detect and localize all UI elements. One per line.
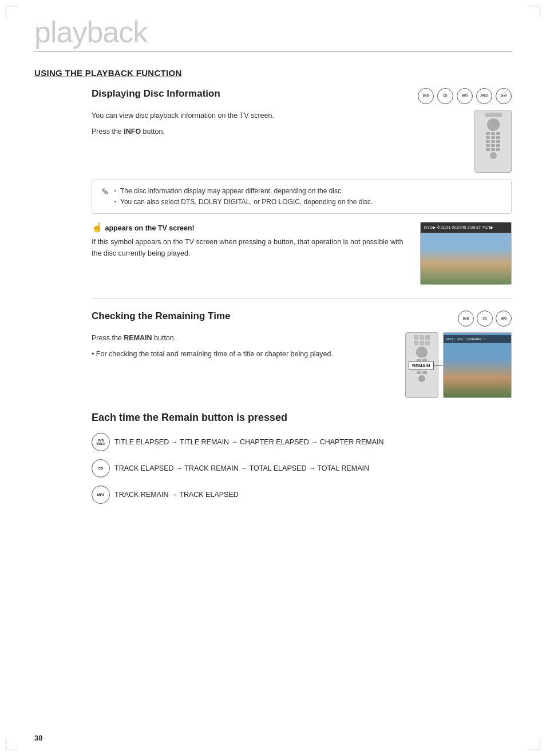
remain-disc-icons: DVD CD MP3 bbox=[458, 311, 512, 327]
flow-row-mp3: MP3 TRACK REMAIN → TRACK ELAPSED bbox=[92, 486, 512, 504]
track-remain-1: TRACK REMAIN bbox=[184, 464, 238, 472]
note-box: ✎ The disc information display may appea… bbox=[92, 180, 512, 214]
remain-cd-icon: CD bbox=[477, 311, 493, 327]
remain-bold: REMAIN bbox=[124, 334, 152, 342]
tv-appears-section: ☝ appears on the TV screen! If this symb… bbox=[92, 222, 512, 285]
title-divider bbox=[34, 51, 512, 52]
remain-body1: Press the REMAIN button. bbox=[92, 332, 396, 344]
title-remain: TITLE REMAIN bbox=[180, 438, 229, 446]
mp3-icon: MP3 bbox=[457, 88, 473, 104]
chapter-remain: CHAPTER REMAIN bbox=[320, 438, 384, 446]
remain-tv-bar: MP3 ↑ VOL ↓ REMAIN ↑↓ bbox=[444, 335, 511, 343]
each-time-section: Each time the Remain button is pressed D… bbox=[92, 412, 512, 504]
remain-label-box: REMAIN bbox=[409, 361, 434, 369]
remain-tv-wrapper: REMAIN MP3 ↑ VOL ↓ REMAIN ↑↓ bbox=[443, 332, 512, 398]
flow-text-mp3: TRACK REMAIN → TRACK ELAPSED bbox=[114, 490, 239, 500]
displaying-disc-section: Displaying Disc Information DVD CD MP3 J… bbox=[92, 88, 512, 285]
note-item-2: You can also select DTS, DOLBY DIGITAL, … bbox=[114, 197, 373, 208]
flow-row-cd: CD TRACK ELAPSED → TRACK REMAIN → TOTAL … bbox=[92, 459, 512, 478]
remote-image-disc bbox=[474, 110, 512, 173]
flow-row-dvd: DVD VIDEO TITLE ELAPSED → TITLE REMAIN →… bbox=[92, 433, 512, 451]
tv-appears-text: If this symbol appears on the TV screen … bbox=[92, 236, 409, 259]
track-elapsed-1: TRACK ELAPSED bbox=[114, 464, 174, 472]
dvd-icon: DVD bbox=[418, 88, 434, 104]
disc-body1: You can view disc playback information o… bbox=[92, 110, 465, 121]
remain-mp3-icon: MP3 bbox=[496, 311, 512, 327]
remain-dvd-icon: DVD bbox=[458, 311, 474, 327]
cd-flow-icon: CD bbox=[92, 459, 110, 478]
displaying-disc-title: Displaying Disc Information bbox=[92, 88, 220, 100]
note-content: The disc information display may appear … bbox=[114, 186, 373, 208]
note-icon: ✎ bbox=[101, 186, 109, 197]
divx-icon: DivX bbox=[496, 88, 512, 104]
arrow6: → bbox=[308, 464, 317, 472]
arrow1: → bbox=[171, 438, 180, 446]
section-heading: USING THE PLAYBACK FUNCTION bbox=[34, 68, 512, 78]
checking-remain-title: Checking the Remaining Time bbox=[92, 311, 230, 322]
subsection-divider-1 bbox=[92, 299, 512, 299]
dvdvideo-flow-icon: DVD VIDEO bbox=[92, 433, 110, 451]
title-elapsed: TITLE ELAPSED bbox=[114, 438, 169, 446]
jpeg-icon: JPEG bbox=[476, 88, 492, 104]
disc-body2: Press the INFO button. bbox=[92, 126, 465, 137]
arrow4: → bbox=[176, 464, 184, 472]
chapter-elapsed: CHAPTER ELAPSED bbox=[240, 438, 309, 446]
checking-remain-section: Checking the Remaining Time DVD CD MP3 P… bbox=[92, 311, 512, 398]
cd-icon: CD bbox=[437, 88, 453, 104]
mp3-flow-icon: MP3 bbox=[92, 486, 110, 504]
each-time-title: Each time the Remain button is pressed bbox=[92, 412, 512, 424]
flow-text-cd: TRACK ELAPSED → TRACK REMAIN → TOTAL ELA… bbox=[114, 463, 369, 474]
tv-appears-label: ☝ appears on the TV screen! bbox=[92, 222, 409, 233]
remain-tv-screen: MP3 ↑ VOL ↓ REMAIN ↑↓ bbox=[443, 332, 512, 398]
remain-image-block: REMAIN MP3 ↑ VOL ↓ REMAIN ↑↓ bbox=[405, 332, 512, 398]
arrow7: → bbox=[171, 491, 179, 499]
arrow3: → bbox=[311, 438, 319, 446]
total-remain: TOTAL REMAIN bbox=[317, 464, 369, 472]
page-number: 38 bbox=[34, 734, 42, 742]
info-bold: INFO bbox=[124, 128, 141, 136]
remain-bullet: • For checking the total and remaining t… bbox=[92, 348, 396, 360]
arrow2: → bbox=[231, 438, 240, 446]
page-title: playback bbox=[34, 17, 512, 47]
note-item-1: The disc information display may appear … bbox=[114, 186, 373, 197]
remain-label-connector: REMAIN bbox=[409, 361, 445, 369]
track-remain-2: TRACK REMAIN bbox=[114, 491, 168, 499]
total-elapsed: TOTAL ELAPSED bbox=[250, 464, 307, 472]
disc-icons-row: DVD CD MP3 JPEG DivX bbox=[418, 88, 512, 104]
tv-screen-image: DVD▶ ⏱21:01 001/040 2:09:37 ✕1/1▶ bbox=[420, 222, 512, 285]
flow-text-dvd: TITLE ELAPSED → TITLE REMAIN → CHAPTER E… bbox=[114, 437, 384, 448]
arrow5: → bbox=[240, 464, 249, 472]
track-elapsed-2: TRACK ELAPSED bbox=[179, 491, 239, 499]
